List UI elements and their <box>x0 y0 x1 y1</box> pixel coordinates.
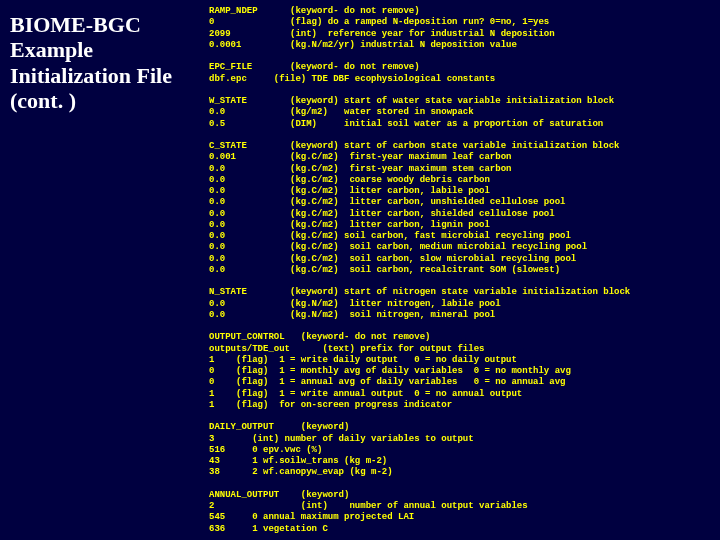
code-column: RAMP_NDEP (keyword- do not remove) 0 (fl… <box>205 0 720 540</box>
block-epc-file: EPC_FILE (keyword- do not remove) dbf.ep… <box>209 62 716 85</box>
blank-line <box>209 85 716 96</box>
block-n-state: N_STATE (keyword) start of nitrogen stat… <box>209 287 716 321</box>
blank-line <box>209 51 716 62</box>
page-title: BIOME-BGC Example Initialization File (c… <box>10 12 197 113</box>
slide: BIOME-BGC Example Initialization File (c… <box>0 0 720 540</box>
block-annual-output: ANNUAL_OUTPUT (keyword) 2 (int) number o… <box>209 490 716 535</box>
blank-line <box>209 276 716 287</box>
blank-line <box>209 321 716 332</box>
block-daily-output: DAILY_OUTPUT (keyword) 3 (int) number of… <box>209 422 716 478</box>
block-w-state: W_STATE (keyword) start of water state v… <box>209 96 716 130</box>
block-c-state: C_STATE (keyword) start of carbon state … <box>209 141 716 276</box>
title-column: BIOME-BGC Example Initialization File (c… <box>0 0 205 540</box>
blank-line <box>209 411 716 422</box>
blank-line <box>209 535 716 540</box>
block-output-control: OUTPUT_CONTROL (keyword- do not remove) … <box>209 332 716 411</box>
blank-line <box>209 130 716 141</box>
blank-line <box>209 479 716 490</box>
block-ramp-ndep: RAMP_NDEP (keyword- do not remove) 0 (fl… <box>209 6 716 51</box>
